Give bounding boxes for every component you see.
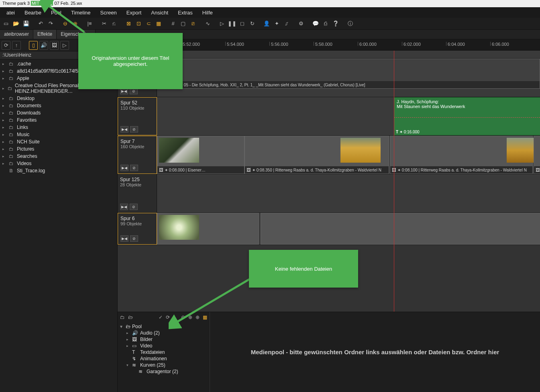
- monitor-icon[interactable]: ⎚: [189, 19, 198, 28]
- fx-icon[interactable]: ✦: [272, 19, 281, 28]
- menu-screen[interactable]: Screen: [96, 8, 122, 17]
- forum-icon[interactable]: ⎙: [321, 19, 330, 28]
- loop-icon[interactable]: ↻: [248, 19, 257, 28]
- menu-export[interactable]: Export: [122, 8, 147, 17]
- track-solo-button[interactable]: ▶◀: [120, 204, 128, 210]
- tree-item[interactable]: ▸🗀Pictures: [0, 145, 117, 153]
- ruler-tick: 6:04.000: [446, 42, 465, 46]
- video-clip[interactable]: 🖼 ✦ 0:08.350 | Ritterweg Raabs a. d. Tha…: [245, 136, 389, 174]
- tree-item[interactable]: ▸🗀Downloads: [0, 109, 117, 116]
- menu-ansicht[interactable]: Ansicht: [146, 8, 173, 17]
- ruler-tick: 5:54.000: [225, 42, 244, 46]
- pool-root-label: Pool: [132, 324, 142, 329]
- hash-icon[interactable]: #: [169, 19, 177, 28]
- person-icon[interactable]: 👤: [262, 19, 271, 28]
- pool-item[interactable]: TTextdateien: [118, 349, 210, 355]
- folder-open-icon: 🗁: [126, 324, 130, 329]
- svg-line-0: [46, 4, 84, 32]
- refresh-icon[interactable]: ⟳: [2, 41, 10, 50]
- video-clip[interactable]: 🖼 ✦ 0:08.000 | Eisener…: [157, 136, 245, 174]
- tree-item[interactable]: ▸🗀Searches: [0, 153, 117, 160]
- pool-tree-nodes[interactable]: ▾ 🗁 Pool ▸🔊Audio (2)▸🖼Bilder▸▭VideoTText…: [118, 323, 210, 392]
- track-row: Spur 12528 Objekte▶◀⊘: [118, 174, 540, 213]
- mixer-icon[interactable]: ⎎: [282, 19, 291, 28]
- track-body[interactable]: [157, 174, 540, 212]
- pause-icon[interactable]: ❚❚: [228, 19, 236, 28]
- tree-item[interactable]: ▸🗀Music: [0, 131, 117, 138]
- annotation-callout: Keine fehlenden Dateien: [249, 250, 358, 288]
- stop-icon[interactable]: ◻: [238, 19, 247, 28]
- track-body[interactable]: 🔊 2:04.739 | 05 - Die Schöpfung, Hob. XX…: [157, 59, 540, 97]
- cut-icon[interactable]: ✂: [100, 19, 108, 28]
- tab-ateibrowser[interactable]: ateibrowser: [0, 30, 33, 39]
- tree-item[interactable]: ▸🗀Documents: [0, 102, 117, 109]
- split-icon[interactable]: ⎌: [110, 19, 118, 28]
- menu-atei[interactable]: atei: [2, 8, 20, 17]
- track-mute-button[interactable]: ⊘: [130, 204, 138, 210]
- file-browser-panel: ⟳ ↑ ▯ 🔊 🖼 ▷ :\Users\Heinz ▸🗀.cache▸🗀a8d1…: [0, 39, 118, 392]
- video-clip[interactable]: 🖼 ✦ 0:09.7: [534, 136, 540, 174]
- view-image-icon[interactable]: 🖼: [50, 41, 59, 50]
- check-icon[interactable]: ✓: [159, 314, 163, 320]
- track-mute-button[interactable]: ⊘: [130, 235, 138, 242]
- track-body[interactable]: [157, 213, 540, 245]
- tree-item[interactable]: ▸🗀NCH Suite: [0, 138, 117, 145]
- menu-hilfe[interactable]: Hilfe: [198, 8, 218, 17]
- folder-icon[interactable]: 🗀: [120, 314, 125, 320]
- ruler-tick: 6:02.000: [402, 42, 421, 46]
- folder-tree[interactable]: ▸🗀.cache▸🗀a8d141d5a09f7f6f1c06174f5▸🗀App…: [0, 59, 117, 392]
- track-header[interactable]: Spur 7160 Objekte▶◀⊘: [118, 136, 157, 174]
- pool-item[interactable]: ▾≋Kurven (25): [118, 362, 210, 368]
- video-clip[interactable]: [157, 213, 259, 245]
- tree-item[interactable]: 🗎Sti_Trace.log: [0, 167, 117, 174]
- track-solo-button[interactable]: ▶◀: [120, 126, 128, 133]
- tree-item[interactable]: ▸🗀Videos: [0, 160, 117, 167]
- tree-item[interactable]: ▸🗀Desktop: [0, 95, 117, 102]
- up-arrow-icon[interactable]: ↑: [12, 41, 21, 50]
- track-header[interactable]: Spur 12528 Objekte▶◀⊘: [118, 174, 157, 212]
- info-icon[interactable]: ⓘ: [346, 19, 355, 28]
- tree-item[interactable]: ▸🗀Favorites: [0, 116, 117, 124]
- svg-line-1: [175, 277, 253, 323]
- track-header[interactable]: Spur 699 Objekte▶◀⊘: [118, 213, 157, 245]
- pool-item[interactable]: ▸🖼Bilder: [118, 336, 210, 343]
- ruler-tick: 6:06.000: [490, 42, 509, 46]
- pool-item[interactable]: ↯Animationen: [118, 355, 210, 362]
- screen-icon[interactable]: ▢: [179, 19, 187, 28]
- play-icon[interactable]: ▷: [218, 19, 226, 28]
- save-icon[interactable]: 💾: [22, 19, 31, 28]
- waveform-icon[interactable]: ∿: [203, 19, 212, 28]
- track-body[interactable]: 🖼 ✦ 0:08.000 | Eisener…🖼 ✦ 0:08.350 | Ri…: [157, 136, 540, 174]
- view-list-icon[interactable]: ▯: [29, 41, 38, 50]
- help-icon[interactable]: ❔: [331, 19, 340, 28]
- magnet-icon[interactable]: ⊂: [144, 19, 153, 28]
- video-clip[interactable]: 🖼 ✦ 0:08.100 | Ritterweg Raabs a. d. Tha…: [390, 136, 533, 174]
- pool-item[interactable]: ▸🔊Audio (2): [118, 330, 210, 336]
- pool-item[interactable]: ≋Garagentor (2): [118, 368, 210, 375]
- annotation-callout: Originalversion unter diesem Titel abges…: [78, 33, 183, 89]
- track-solo-button[interactable]: ▶◀: [120, 165, 128, 171]
- marker-b-icon[interactable]: ⊡: [134, 19, 143, 28]
- open-folder-icon[interactable]: 🗁: [128, 314, 133, 320]
- track-row: Spur 7160 Objekte▶◀⊘🖼 ✦ 0:08.000 | Eisen…: [118, 136, 540, 174]
- grid-icon[interactable]: ▦: [154, 19, 163, 28]
- tree-item[interactable]: ▸🗀Links: [0, 124, 117, 131]
- track-solo-button[interactable]: ▶◀: [120, 235, 128, 242]
- menu-extras[interactable]: Extras: [173, 8, 198, 17]
- chat-icon[interactable]: 💬: [311, 19, 320, 28]
- gear-icon[interactable]: ⚙: [297, 19, 306, 28]
- pool-item[interactable]: ▸▭Video: [118, 343, 210, 349]
- track-header[interactable]: Spur 52110 Objekte▶◀⊘: [118, 97, 157, 135]
- pool-content-message: Medienpool - bitte gewünschten Ordner li…: [210, 312, 540, 392]
- track-mute-button[interactable]: ⊘: [130, 165, 138, 171]
- view-audio-icon[interactable]: 🔊: [39, 41, 48, 50]
- open-file-icon[interactable]: 📂: [12, 19, 20, 28]
- video-clip[interactable]: [261, 213, 540, 245]
- view-video-icon[interactable]: ▷: [60, 41, 69, 50]
- track-mute-button[interactable]: ⊘: [130, 126, 138, 133]
- track-body[interactable]: J. Haydn, Schöpfung:Mit Staunen sieht da…: [157, 97, 540, 135]
- new-file-icon[interactable]: ▭: [2, 19, 10, 28]
- title-clip[interactable]: J. Haydn, Schöpfung:Mit Staunen sieht da…: [394, 97, 540, 135]
- marker-a-icon[interactable]: ⊠: [124, 19, 133, 28]
- playhead[interactable]: [394, 51, 394, 312]
